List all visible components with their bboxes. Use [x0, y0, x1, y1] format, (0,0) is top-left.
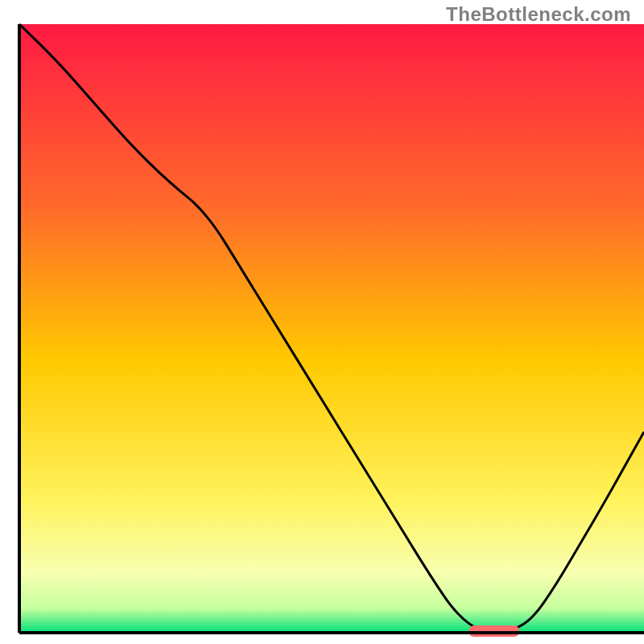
plot-area — [19, 24, 644, 637]
watermark-text: TheBottleneck.com — [446, 3, 631, 26]
gradient-background — [19, 24, 644, 633]
bottleneck-chart: TheBottleneck.com — [0, 0, 644, 644]
chart-svg — [0, 0, 644, 644]
